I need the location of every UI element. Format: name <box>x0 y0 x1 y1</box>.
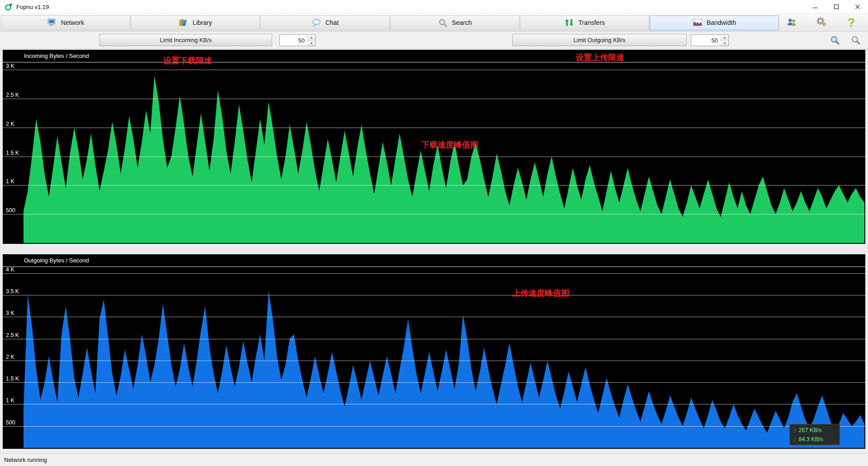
tab-chat-label: Chat <box>326 19 339 26</box>
svg-text:3 K: 3 K <box>6 310 14 316</box>
outgoing-spin-buttons: ▲ ▼ <box>721 35 728 46</box>
chart-zoom-buttons <box>828 34 863 47</box>
svg-text:500: 500 <box>6 419 15 426</box>
bandwidth-icon <box>693 18 703 27</box>
title-bar: Fopnu v1.19 <box>0 0 868 14</box>
incoming-spin-buttons: ▲ ▼ <box>307 35 315 46</box>
outgoing-chart-title: Outgoing Bytes / Second <box>24 257 89 264</box>
window-controls <box>804 0 868 14</box>
fopnu-logo-icon <box>5 3 13 11</box>
search-icon <box>438 18 448 27</box>
zoom-out-button[interactable] <box>849 34 863 47</box>
outgoing-bandwidth-chart[interactable]: Outgoing Bytes / Second 4 K3.5 K3 K2.5 K… <box>3 254 865 449</box>
upload-rate-value: 257 KB/s <box>799 427 822 433</box>
close-button[interactable] <box>847 0 868 14</box>
network-icon <box>47 18 57 27</box>
svg-text:3.5 K: 3.5 K <box>6 288 19 295</box>
maximize-button[interactable] <box>826 0 847 14</box>
tab-transfers[interactable]: Transfers <box>520 15 649 30</box>
tab-network-label: Network <box>61 19 84 26</box>
users-icon <box>786 18 797 28</box>
zoom-in-button[interactable] <box>828 34 842 47</box>
status-bar: Network running <box>0 453 868 466</box>
svg-text:2.5 K: 2.5 K <box>6 92 19 98</box>
up-arrow-icon: ↑ <box>793 427 797 433</box>
tab-chat[interactable]: Chat <box>260 15 390 30</box>
annotation-set-upload-limit: 设置上传限速 <box>576 52 624 63</box>
main-tab-bar: Network Library Chat Search <box>0 14 868 32</box>
down-arrow-icon: ↓ <box>793 436 797 442</box>
outgoing-spin-up-button[interactable]: ▲ <box>721 35 728 41</box>
outgoing-limit-spinner: ▲ ▼ <box>691 34 729 46</box>
svg-text:2 K: 2 K <box>6 121 14 127</box>
limit-outgoing-button[interactable]: Limit Outgoing KB/s <box>512 34 687 46</box>
outgoing-limit-input[interactable] <box>691 35 721 46</box>
annotation-download-peak-chart: 下载速度峰值图 <box>421 139 478 150</box>
incoming-limit-input[interactable] <box>280 35 307 46</box>
annotation-upload-peak-chart: 上传速度峰值图 <box>512 288 569 299</box>
help-icon: ? <box>848 17 855 29</box>
svg-text:1 K: 1 K <box>6 397 14 404</box>
svg-text:2.5 K: 2.5 K <box>6 332 19 338</box>
svg-text:3 K: 3 K <box>6 63 14 69</box>
outgoing-spin-down-button[interactable]: ▼ <box>721 41 728 46</box>
upload-rate-row: ↑ 257 KB/s <box>793 427 836 433</box>
limits-toolbar: Limit Incoming KB/s ▲ ▼ Limit Outgoing K… <box>0 32 868 49</box>
incoming-chart-title: Incoming Bytes / Second <box>24 52 89 59</box>
toolbar-icon-buttons: ? <box>782 15 868 30</box>
outgoing-chart-svg: 4 K3.5 K3 K2.5 K2 K1.5 K1 K500 <box>3 254 865 449</box>
incoming-limit-spinner: ▲ ▼ <box>279 34 316 46</box>
tab-network[interactable]: Network <box>1 15 130 30</box>
limit-incoming-button[interactable]: Limit Incoming KB/s <box>99 34 272 46</box>
svg-text:500: 500 <box>6 207 15 214</box>
current-rates-overlay: ↑ 257 KB/s ↓ 84.3 KB/s <box>789 424 840 445</box>
tab-bandwidth-label: Bandwidth <box>707 19 736 26</box>
download-rate-row: ↓ 84.3 KB/s <box>793 436 836 442</box>
minimize-button[interactable] <box>804 0 826 14</box>
gear-icon <box>816 17 827 29</box>
library-icon <box>179 18 189 27</box>
users-button[interactable] <box>782 15 801 30</box>
annotation-set-download-limit: 设置下载限速 <box>163 55 212 66</box>
incoming-spin-up-button[interactable]: ▲ <box>308 35 315 41</box>
svg-text:1 K: 1 K <box>6 178 14 185</box>
tab-search[interactable]: Search <box>390 15 519 30</box>
settings-button[interactable] <box>812 15 831 30</box>
incoming-spin-down-button[interactable]: ▼ <box>308 41 315 46</box>
status-text: Network running <box>4 456 47 463</box>
svg-text:1.5 K: 1.5 K <box>6 376 19 382</box>
chat-icon <box>311 18 321 27</box>
tab-transfers-label: Transfers <box>578 19 605 26</box>
tab-library-label: Library <box>193 19 212 26</box>
svg-text:1.5 K: 1.5 K <box>6 150 19 156</box>
download-rate-value: 84.3 KB/s <box>799 436 823 442</box>
svg-text:4 K: 4 K <box>6 266 14 273</box>
transfers-icon <box>564 18 574 27</box>
tab-bandwidth[interactable]: Bandwidth <box>650 15 779 30</box>
window-title: Fopnu v1.19 <box>16 4 49 10</box>
help-button[interactable]: ? <box>842 15 861 30</box>
svg-text:2 K: 2 K <box>6 354 14 360</box>
tab-search-label: Search <box>452 19 472 26</box>
tab-library[interactable]: Library <box>131 15 260 30</box>
